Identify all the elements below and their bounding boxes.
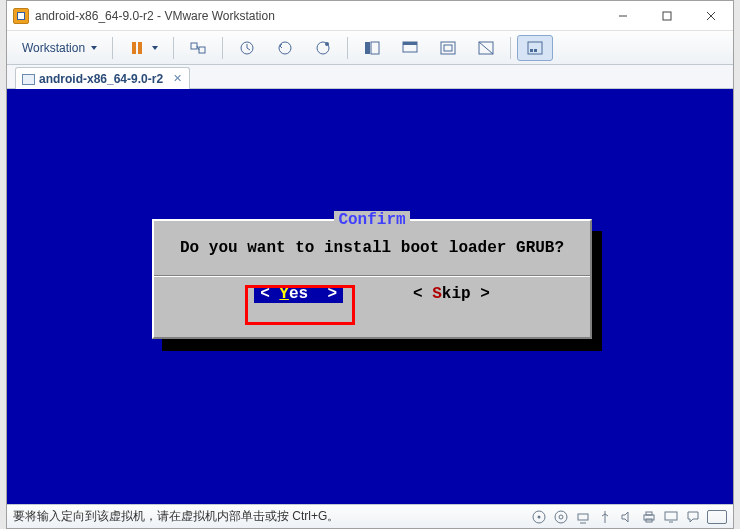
status-bar: 要将输入定向到该虚拟机，请在虚拟机内部单击或按 Ctrl+G。 xyxy=(7,504,733,528)
dialog-button-row: < Yes > < Skip > xyxy=(154,285,590,313)
snapshot-manager-icon xyxy=(314,39,332,57)
svg-rect-1 xyxy=(663,12,671,20)
send-ctrl-alt-del-button[interactable] xyxy=(180,35,216,61)
svg-line-19 xyxy=(479,42,493,54)
svg-rect-4 xyxy=(132,42,136,54)
dialog-divider xyxy=(154,275,590,277)
unity-button[interactable] xyxy=(468,35,504,61)
svg-rect-32 xyxy=(665,512,677,520)
snapshot-take-button[interactable] xyxy=(229,35,265,61)
tab-close-button[interactable]: ✕ xyxy=(171,73,183,85)
app-window: android-x86_64-9.0-r2 - VMware Workstati… xyxy=(6,0,734,529)
cdrom-icon[interactable] xyxy=(553,509,569,525)
svg-rect-13 xyxy=(371,42,379,54)
status-icons xyxy=(531,509,727,525)
svg-rect-16 xyxy=(441,42,455,54)
svg-rect-20 xyxy=(528,42,542,54)
svg-rect-15 xyxy=(403,42,417,45)
workstation-menu-label: Workstation xyxy=(22,41,85,55)
input-indicator[interactable] xyxy=(707,510,727,524)
dialog-message: Do you want to install boot loader GRUB? xyxy=(154,221,590,269)
vm-tab-label: android-x86_64-9.0-r2 xyxy=(39,72,163,86)
svg-rect-22 xyxy=(534,49,537,52)
close-button[interactable] xyxy=(689,2,733,30)
svg-rect-7 xyxy=(199,47,205,53)
sound-icon[interactable] xyxy=(619,509,635,525)
separator xyxy=(173,37,174,59)
svg-point-26 xyxy=(559,515,563,519)
snapshot-revert-icon xyxy=(276,39,294,57)
dropdown-caret-icon xyxy=(152,46,158,50)
show-library-button[interactable] xyxy=(354,35,390,61)
dropdown-caret-icon xyxy=(91,46,97,50)
pause-button[interactable] xyxy=(119,35,167,61)
snapshot-revert-button[interactable] xyxy=(267,35,303,61)
minimize-button[interactable] xyxy=(601,2,645,30)
message-icon[interactable] xyxy=(685,509,701,525)
snapshot-take-icon xyxy=(238,39,256,57)
app-icon xyxy=(13,8,29,24)
show-console-icon xyxy=(401,39,419,57)
snapshot-manager-button[interactable] xyxy=(305,35,341,61)
display-icon[interactable] xyxy=(663,509,679,525)
svg-rect-27 xyxy=(578,514,588,520)
separator xyxy=(510,37,511,59)
svg-rect-30 xyxy=(646,512,652,515)
show-library-icon xyxy=(363,39,381,57)
send-keys-icon xyxy=(189,39,207,57)
svg-rect-5 xyxy=(138,42,142,54)
fullscreen-button[interactable] xyxy=(430,35,466,61)
workstation-menu[interactable]: Workstation xyxy=(13,35,106,61)
usb-icon[interactable] xyxy=(597,509,613,525)
svg-point-25 xyxy=(555,511,567,523)
disk-icon[interactable] xyxy=(531,509,547,525)
svg-point-9 xyxy=(279,42,291,54)
vm-tab[interactable]: android-x86_64-9.0-r2 ✕ xyxy=(15,67,190,89)
svg-point-24 xyxy=(538,515,541,518)
svg-rect-12 xyxy=(365,42,370,54)
vm-console[interactable]: Confirm Do you want to install boot load… xyxy=(7,89,733,504)
thumbnail-bar-icon xyxy=(526,39,544,57)
window-title: android-x86_64-9.0-r2 - VMware Workstati… xyxy=(35,9,601,23)
separator xyxy=(112,37,113,59)
vm-tab-icon xyxy=(22,73,34,85)
svg-rect-21 xyxy=(530,49,533,52)
status-text: 要将输入定向到该虚拟机，请在虚拟机内部单击或按 Ctrl+G。 xyxy=(13,508,531,525)
toolbar: Workstation xyxy=(7,31,733,65)
thumbnail-bar-button[interactable] xyxy=(517,35,553,61)
svg-point-11 xyxy=(325,42,329,46)
separator xyxy=(222,37,223,59)
tab-strip: android-x86_64-9.0-r2 ✕ xyxy=(7,65,733,89)
yes-button[interactable]: < Yes > xyxy=(254,285,343,303)
svg-rect-17 xyxy=(444,45,452,51)
titlebar: android-x86_64-9.0-r2 - VMware Workstati… xyxy=(7,1,733,31)
pause-icon xyxy=(128,39,146,57)
svg-rect-6 xyxy=(191,43,197,49)
window-buttons xyxy=(601,2,733,30)
fullscreen-icon xyxy=(439,39,457,57)
printer-icon[interactable] xyxy=(641,509,657,525)
skip-button[interactable]: < Skip > xyxy=(413,285,490,303)
unity-icon xyxy=(477,39,495,57)
network-icon[interactable] xyxy=(575,509,591,525)
show-console-button[interactable] xyxy=(392,35,428,61)
separator xyxy=(347,37,348,59)
maximize-button[interactable] xyxy=(645,2,689,30)
confirm-dialog: Confirm Do you want to install boot load… xyxy=(152,219,592,339)
